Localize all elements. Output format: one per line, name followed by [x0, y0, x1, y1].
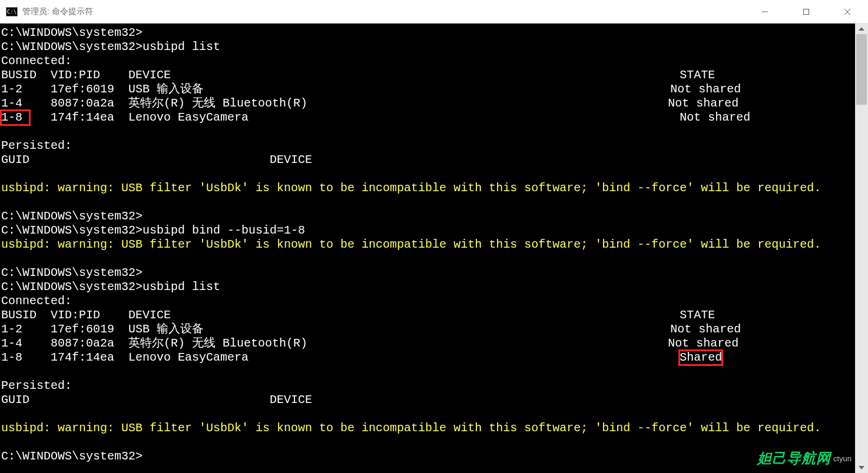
minimize-button[interactable]	[744, 0, 786, 23]
window-title: 管理员: 命令提示符	[22, 6, 744, 17]
prompt-line: C:\WINDOWS\system32>	[1, 224, 143, 237]
prompt-line: C:\WINDOWS\system32>	[1, 266, 143, 279]
prompt-line: C:\WINDOWS\system32>	[1, 26, 143, 39]
scrollbar-thumb[interactable]	[856, 34, 867, 105]
close-button[interactable]	[827, 0, 868, 23]
warning-text: usbipd: warning: USB filter 'UsbDk' is k…	[1, 238, 821, 251]
table-header: BUSID VID:PID DEVICE STATE	[1, 68, 715, 82]
terminal-wrapper: C:\WINDOWS\system32> C:\WINDOWS\system32…	[0, 24, 868, 473]
maximize-button[interactable]	[786, 0, 827, 23]
table-row: 1-4 8087:0a2a 英特尔(R) 无线 Bluetooth(R) Not…	[1, 96, 738, 110]
section-label: Persisted:	[1, 139, 72, 152]
scroll-up-icon[interactable]	[855, 24, 868, 34]
table-row: 1-2 17ef:6019 USB 输入设备 Not shared	[1, 322, 741, 336]
window-controls	[744, 0, 868, 23]
table-row: 174f:14ea Lenovo EasyCamera Not shared	[29, 111, 750, 124]
prompt-line: C:\WINDOWS\system32>	[1, 280, 143, 294]
prompt-line: C:\WINDOWS\system32>	[1, 40, 143, 54]
warning-text: usbipd: warning: USB filter 'UsbDk' is k…	[1, 181, 821, 195]
section-label: Connected:	[1, 294, 72, 308]
command-text: usbipd bind --busid=1-8	[143, 224, 305, 237]
command-text: usbipd list	[143, 280, 220, 294]
section-label: Persisted:	[1, 379, 72, 392]
table-row: 1-4 8087:0a2a 英特尔(R) 无线 Bluetooth(R) Not…	[1, 337, 738, 350]
table-row: 1-2 17ef:6019 USB 输入设备 Not shared	[1, 82, 741, 96]
command-text: usbipd list	[143, 40, 220, 54]
warning-text: usbipd: warning: USB filter 'UsbDk' is k…	[1, 421, 821, 435]
terminal-output[interactable]: C:\WINDOWS\system32> C:\WINDOWS\system32…	[0, 24, 855, 473]
svg-rect-1	[804, 9, 809, 14]
section-label: Connected:	[1, 54, 72, 68]
titlebar: C:\ 管理员: 命令提示符	[0, 0, 868, 24]
prompt-line: C:\WINDOWS\system32>	[1, 449, 143, 463]
highlighted-busid: 1-8	[1, 111, 29, 125]
vertical-scrollbar[interactable]	[855, 24, 868, 473]
table-header: BUSID VID:PID DEVICE STATE	[1, 308, 715, 322]
scroll-down-icon[interactable]	[855, 462, 868, 473]
highlighted-state: Shared	[680, 351, 722, 365]
cmd-icon: C:\	[6, 7, 18, 16]
table-row: 1-8 174f:14ea Lenovo EasyCamera	[1, 351, 680, 364]
table-header: GUID DEVICE	[1, 153, 312, 166]
table-header: GUID DEVICE	[1, 393, 312, 407]
prompt-line: C:\WINDOWS\system32>	[1, 209, 143, 223]
